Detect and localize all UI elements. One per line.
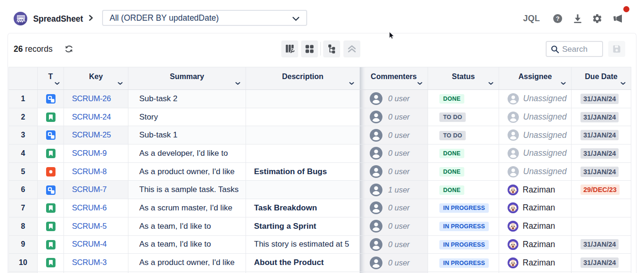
svg-text:?: ? [556,16,560,22]
